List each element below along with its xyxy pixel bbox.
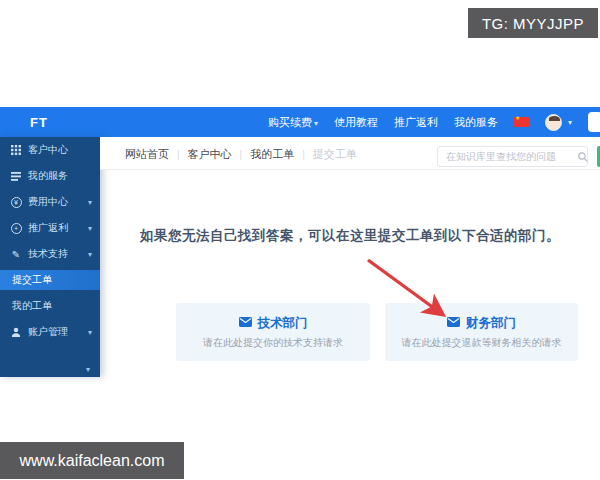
breadcrumb-my-tickets[interactable]: 我的工单 [250, 147, 294, 162]
breadcrumb-bar: 网站首页 | 客户中心 | 我的工单 | 提交工单 [100, 137, 600, 170]
page: TG: MYYJJPP FT 购买续费▾ 使用教程 推广返利 我的服务 ★ ▾ … [0, 0, 600, 480]
sidebar-item-label: 我的工单 [12, 299, 52, 313]
yen-circle-icon: ¥ [10, 197, 22, 208]
dept-title: 技术部门 [258, 315, 308, 332]
sidebar-item-label: 费用中心 [28, 195, 68, 209]
plus-circle-icon: + [10, 223, 22, 234]
chevron-down-icon: ▾ [88, 328, 92, 337]
sidebar-item-label: 提交工单 [12, 273, 52, 287]
logo[interactable]: FT [30, 115, 48, 130]
search-icon[interactable] [578, 152, 588, 162]
breadcrumb-submit-ticket: 提交工单 [313, 147, 357, 162]
flag-star: ★ [515, 114, 520, 121]
dept-card-tech[interactable]: 技术部门 请在此处提交你的技术支持请求 [176, 303, 370, 361]
sidebar-item-label: 客户中心 [28, 143, 68, 157]
chevron-down-icon: ▾ [88, 250, 92, 259]
chevron-down-icon: ▾ [314, 119, 318, 128]
sidebar-item-label: 技术支持 [28, 247, 68, 261]
envelope-icon [239, 316, 252, 330]
nav-tutorials[interactable]: 使用教程 [334, 115, 378, 130]
chevron-down-icon[interactable]: ▾ [568, 118, 572, 127]
avatar-hair [549, 116, 560, 121]
sidebar-item-tech-support[interactable]: ✎ 技术支持 ▾ [0, 241, 100, 267]
header-edge-control [588, 112, 600, 132]
avatar[interactable] [545, 114, 562, 131]
sidebar-item-billing-center[interactable]: ¥ 费用中心 ▾ [0, 189, 100, 215]
sidebar-item-submit-ticket[interactable]: 提交工单 [0, 270, 100, 290]
breadcrumb-home[interactable]: 网站首页 [125, 147, 169, 162]
nav-referrals[interactable]: 推广返利 [394, 115, 438, 130]
sidebar-item-my-tickets[interactable]: 我的工单 [0, 293, 100, 319]
search-input[interactable] [438, 151, 578, 162]
grid-icon [10, 145, 22, 155]
sidebar-item-referrals[interactable]: + 推广返利 ▾ [0, 215, 100, 241]
breadcrumb-separator: | [240, 149, 243, 160]
knowledge-search [437, 146, 588, 167]
nav-my-services[interactable]: 我的服务 [454, 115, 498, 130]
sidebar-item-my-services[interactable]: 我的服务 [0, 163, 100, 189]
page-title: 如果您无法自己找到答案，可以在这里提交工单到以下合适的部门。 [100, 227, 600, 245]
sidebar-item-customer-center[interactable]: 客户中心 [0, 137, 100, 163]
dept-desc: 请在此处提交退款等财务相关的请求 [402, 336, 562, 350]
tg-contact-badge: TG: MYYJJPP [468, 8, 598, 38]
sidebar-item-label: 账户管理 [28, 325, 68, 339]
header-nav: 购买续费▾ 使用教程 推广返利 我的服务 ★ ▾ [268, 112, 600, 132]
user-icon [10, 327, 22, 337]
sidebar: 客户中心 我的服务 ¥ 费用中心 ▾ + 推广返利 ▾ ✎ 技术支持 ▾ 提交工… [0, 137, 100, 377]
dept-desc: 请在此处提交你的技术支持请求 [203, 336, 343, 350]
language-flag-icon[interactable]: ★ [514, 117, 529, 127]
pencil-icon: ✎ [10, 249, 22, 260]
sidebar-item-account-management[interactable]: 账户管理 ▾ [0, 319, 100, 345]
sidebar-item-label: 推广返利 [28, 221, 68, 235]
breadcrumb-separator: | [302, 149, 305, 160]
dept-title: 财务部门 [466, 315, 516, 332]
breadcrumb-separator: | [177, 149, 180, 160]
sidebar-collapse-icon[interactable]: ▾ [86, 365, 90, 374]
chevron-down-icon: ▾ [88, 198, 92, 207]
chevron-down-icon: ▾ [88, 224, 92, 233]
dept-card-finance[interactable]: 财务部门 请在此处提交退款等财务相关的请求 [385, 303, 578, 361]
header-bar: FT 购买续费▾ 使用教程 推广返利 我的服务 ★ ▾ [0, 107, 600, 137]
envelope-icon [447, 316, 460, 330]
site-url-badge: www.kaifaclean.com [0, 442, 184, 479]
breadcrumb-customer-center[interactable]: 客户中心 [188, 147, 232, 162]
nav-buy-renew[interactable]: 购买续费▾ [268, 115, 318, 130]
breadcrumb: 网站首页 | 客户中心 | 我的工单 | 提交工单 [125, 147, 357, 162]
sidebar-item-label: 我的服务 [28, 169, 68, 183]
list-icon [10, 172, 22, 181]
